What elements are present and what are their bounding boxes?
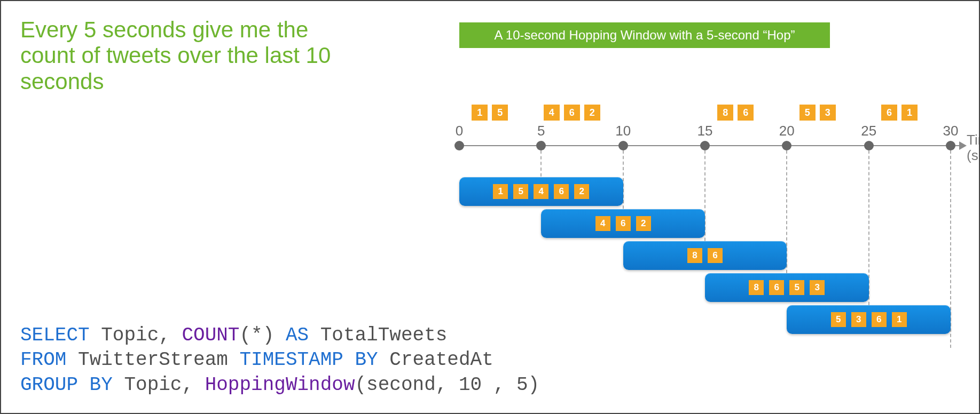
sql-count-args: (*) [239, 324, 285, 346]
event-box: 8 [717, 105, 733, 121]
sql-ts-col: CreatedAt [378, 349, 493, 371]
axis-tick [864, 141, 874, 150]
sql-hop-args: (second, 10 , 5) [355, 374, 540, 396]
axis-tick [700, 141, 710, 150]
window-event-box: 5 [789, 280, 804, 295]
axis-tick-label: 25 [861, 123, 876, 139]
event-box: 3 [820, 105, 836, 121]
axis-label-line1: Time [967, 132, 980, 148]
window-bar: 15462 [459, 177, 623, 206]
event-box: 1 [901, 105, 918, 121]
sql-query: SELECT Topic, COUNT(*) AS TotalTweets FR… [20, 323, 539, 398]
sql-from-src: TwitterStream [66, 349, 239, 371]
window-bar: 462 [541, 209, 705, 238]
event-box: 4 [544, 105, 560, 121]
sql-as-alias: TotalTweets [309, 324, 447, 346]
axis-tick-label: 0 [456, 123, 463, 139]
axis-tick [618, 141, 628, 150]
event-box: 2 [584, 105, 600, 121]
kw-as: AS [286, 324, 309, 346]
timeline-event-group: 462 [544, 105, 600, 121]
fn-count: COUNT [182, 324, 239, 346]
timeline-event-group: 15 [472, 105, 508, 121]
sql-select-cols: Topic, [90, 324, 182, 346]
axis-tick [536, 141, 546, 150]
axis-tick-label: 10 [615, 123, 631, 139]
axis-tick [946, 141, 955, 150]
event-box: 6 [564, 105, 580, 121]
window-event-box: 1 [493, 184, 508, 199]
window-event-box: 2 [636, 216, 651, 231]
window-event-box: 4 [595, 216, 610, 231]
window-event-box: 8 [749, 280, 764, 295]
window-event-box: 3 [810, 280, 825, 295]
window-event-box: 6 [616, 216, 631, 231]
window-event-box: 3 [851, 312, 866, 327]
timeline-event-group: 53 [799, 105, 836, 121]
banner-title: A 10-second Hopping Window with a 5-seco… [459, 22, 830, 48]
window-event-box: 6 [708, 248, 723, 263]
window-event-box: 8 [687, 248, 702, 263]
axis-tick [454, 141, 464, 150]
window-bar: 8653 [705, 273, 869, 302]
window-event-box: 4 [534, 184, 548, 199]
event-box: 5 [492, 105, 508, 121]
window-event-box: 6 [872, 312, 887, 327]
time-axis [459, 145, 961, 146]
axis-label-line2: (secs) [967, 147, 980, 163]
event-box: 6 [738, 105, 754, 121]
axis-tick-label: 20 [779, 123, 795, 139]
dashed-guide [704, 150, 705, 252]
axis-label: Time (secs) [967, 132, 980, 163]
window-event-box: 6 [769, 280, 784, 295]
axis-tick-label: 5 [537, 123, 545, 139]
event-box: 1 [472, 105, 488, 121]
statement-text: Every 5 seconds give me the count of twe… [20, 17, 351, 94]
kw-select: SELECT [20, 324, 90, 346]
slide: Every 5 seconds give me the count of twe… [0, 0, 980, 414]
event-box: 5 [799, 105, 816, 121]
axis-tick [782, 141, 791, 150]
window-event-box: 5 [513, 184, 528, 199]
timeline-event-group: 61 [881, 105, 918, 121]
window-bar: 5361 [787, 305, 951, 334]
event-box: 6 [881, 105, 897, 121]
window-event-box: 5 [831, 312, 846, 327]
kw-group-by: GROUP BY [20, 374, 113, 396]
sql-group-cols: Topic, [113, 374, 205, 396]
kw-from: FROM [20, 349, 66, 371]
axis-tick-label: 15 [697, 123, 713, 139]
kw-timestamp-by: TIMESTAMP BY [239, 349, 378, 371]
fn-hoppingwindow: HoppingWindow [205, 374, 355, 396]
window-event-box: 6 [554, 184, 569, 199]
window-event-box: 2 [574, 184, 589, 199]
axis-arrow-icon [959, 141, 967, 150]
window-event-box: 1 [892, 312, 907, 327]
timeline-event-group: 86 [717, 105, 754, 121]
axis-tick-label: 30 [943, 123, 959, 139]
window-bar: 86 [623, 241, 787, 270]
